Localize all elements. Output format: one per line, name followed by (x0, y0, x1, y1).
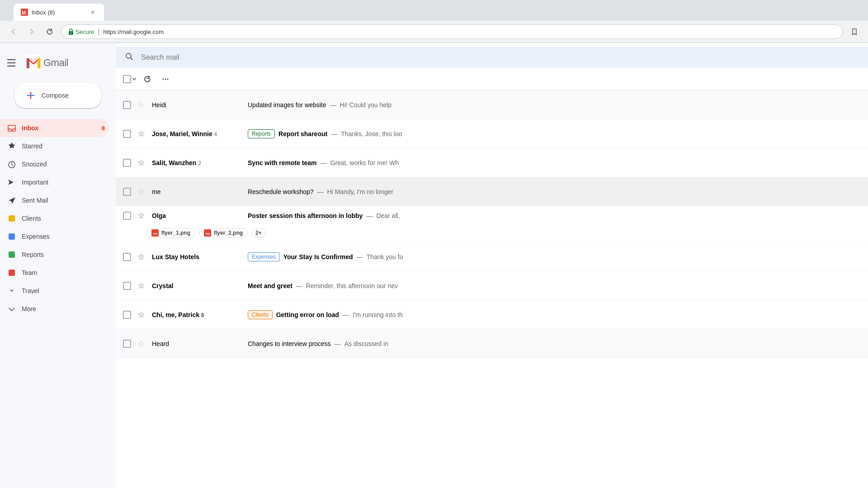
row-checkbox-crystal[interactable] (123, 282, 132, 290)
snoozed-label: Snoozed (22, 161, 105, 168)
sidebar-item-expenses[interactable]: Expenses (0, 227, 108, 246)
gmail-app: Gmail Compose Inbox 8 (0, 43, 868, 488)
attachment-chip-2[interactable]: IMG flyer_2.png (199, 228, 248, 238)
row-checkbox-jose[interactable] (123, 130, 132, 138)
row-checkbox-olga[interactable] (123, 212, 132, 220)
sidebar-item-inbox[interactable]: Inbox 8 (0, 119, 108, 137)
select-all-dropdown[interactable] (132, 77, 137, 81)
email-subject: Poster session this afternoon in lobby (248, 212, 363, 219)
table-row[interactable]: ☆ Heidi Updated images for website — Hi!… (116, 90, 868, 119)
refresh-emails-button[interactable] (140, 72, 155, 86)
email-checkbox[interactable] (123, 101, 131, 109)
star-icon[interactable]: ☆ (137, 310, 145, 319)
row-checkbox-heard[interactable] (123, 340, 132, 348)
sidebar-item-clients[interactable]: Clients (0, 209, 108, 227)
active-tab[interactable]: M Inbox (8) × (14, 4, 104, 21)
email-checkbox[interactable] (123, 282, 131, 290)
email-preview: Hi! Could you help (340, 101, 392, 109)
attachment-more-badge[interactable]: 2+ (251, 228, 266, 237)
row-checkbox-salit[interactable] (123, 159, 132, 167)
star-icon[interactable]: ☆ (137, 281, 145, 290)
star-heidi[interactable]: ☆ (137, 100, 146, 110)
refresh-button[interactable] (43, 25, 56, 38)
star-olga[interactable]: ☆ (137, 211, 146, 221)
star-icon[interactable]: ☆ (137, 158, 145, 167)
table-row[interactable]: ☆ Salit, Wanzhen 2 Sync with remote team… (116, 148, 868, 177)
row-checkbox-lux[interactable] (123, 253, 132, 261)
email-checkbox[interactable] (123, 311, 131, 319)
clients-badge: Clients (248, 310, 273, 319)
email-preview: I'm running into th (353, 311, 403, 318)
star-salit[interactable]: ☆ (137, 158, 146, 168)
bookmark-button[interactable] (848, 25, 861, 38)
compose-button[interactable]: Compose (14, 83, 101, 108)
svg-text:IMG: IMG (153, 232, 157, 235)
email-checkbox[interactable] (123, 130, 131, 138)
star-heard[interactable]: ☆ (137, 339, 146, 349)
sidebar-item-team[interactable]: Team (0, 264, 108, 282)
new-tab-button[interactable] (106, 6, 124, 21)
gmail-logo: Gmail (25, 55, 68, 71)
table-row[interactable]: ☆ Chi, me, Patrick 6 Clients Getting err… (116, 300, 868, 329)
star-jose[interactable]: ☆ (137, 129, 146, 139)
inbox-label: Inbox (22, 124, 96, 132)
row-checkbox-me[interactable] (123, 188, 132, 196)
star-icon[interactable]: ☆ (137, 100, 145, 109)
email-checkbox[interactable] (123, 212, 131, 220)
select-all-checkbox[interactable] (123, 75, 131, 83)
sidebar-item-more[interactable]: More (0, 300, 108, 318)
star-icon[interactable]: ☆ (137, 252, 145, 261)
star-icon[interactable]: ☆ (137, 339, 145, 348)
email-checkbox[interactable] (123, 188, 131, 196)
table-row[interactable]: ☆ Olga Poster session this afternoon in … (116, 206, 868, 242)
more-options-button[interactable] (158, 72, 173, 86)
clients-label: Clients (22, 215, 105, 222)
table-row[interactable]: ☆ me Reschedule workshop? — Hi Mandy, I'… (116, 177, 868, 206)
email-content: Sync with remote team — Great, works for… (248, 159, 861, 166)
star-me[interactable]: ☆ (137, 187, 146, 197)
table-row[interactable]: ☆ Lux Stay Hotels Expenses Your Stay Is … (116, 242, 868, 271)
email-checkbox[interactable] (123, 253, 131, 261)
table-row[interactable]: ☆ Crystal Meet and greet — Reminder, thi… (116, 271, 868, 300)
table-row[interactable]: ☆ Heard Changes to interview process — A… (116, 329, 868, 358)
forward-button[interactable] (25, 25, 38, 38)
attachment-name-1: flyer_1.png (161, 230, 190, 236)
sidebar-item-travel[interactable]: Travel (0, 282, 108, 300)
table-row[interactable]: ☆ Jose, Mariel, Winnie 4 Reports Report … (116, 119, 868, 148)
email-sender: Olga (152, 212, 242, 219)
star-chi[interactable]: ☆ (137, 310, 146, 320)
star-lux[interactable]: ☆ (137, 252, 146, 262)
reports-label: Reports (22, 251, 105, 258)
tab-close-button[interactable]: × (89, 8, 97, 16)
row-checkbox-heidi[interactable] (123, 101, 132, 109)
starred-label: Starred (22, 142, 105, 150)
hamburger-menu[interactable] (4, 54, 22, 72)
attachment-chip-1[interactable]: IMG flyer_1.png (146, 228, 195, 238)
sidebar-item-starred[interactable]: Starred (0, 137, 108, 155)
email-checkbox[interactable] (123, 340, 131, 348)
email-subject: Updated images for website (248, 101, 326, 109)
email-preview: Thanks, Jose, this loo (341, 130, 402, 137)
email-preview: Hi Mandy, I'm no longer (327, 188, 393, 195)
email-subject: Meet and greet (248, 282, 292, 289)
star-icon[interactable]: ☆ (137, 211, 145, 220)
email-list: ☆ Heidi Updated images for website — Hi!… (116, 90, 868, 488)
sidebar-item-important[interactable]: Important (0, 173, 108, 191)
sidebar-item-snoozed[interactable]: Snoozed (0, 155, 108, 173)
email-toolbar (116, 68, 868, 90)
inbox-icon (7, 123, 16, 133)
star-icon[interactable]: ☆ (137, 129, 145, 138)
email-sender: Crystal (152, 282, 242, 289)
search-input[interactable] (141, 53, 859, 62)
expenses-label-icon (7, 232, 16, 241)
row-checkbox-chi[interactable] (123, 311, 132, 319)
star-icon[interactable]: ☆ (137, 187, 145, 196)
email-checkbox[interactable] (123, 159, 131, 167)
sidebar-item-reports[interactable]: Reports (0, 246, 108, 264)
sidebar-item-sent[interactable]: Sent Mail (0, 191, 108, 209)
sent-label: Sent Mail (22, 197, 105, 204)
gmail-m-icon (25, 55, 42, 71)
address-bar[interactable]: Secure | https://mail.google.com (61, 24, 843, 39)
back-button[interactable] (7, 25, 20, 38)
star-crystal[interactable]: ☆ (137, 281, 146, 291)
